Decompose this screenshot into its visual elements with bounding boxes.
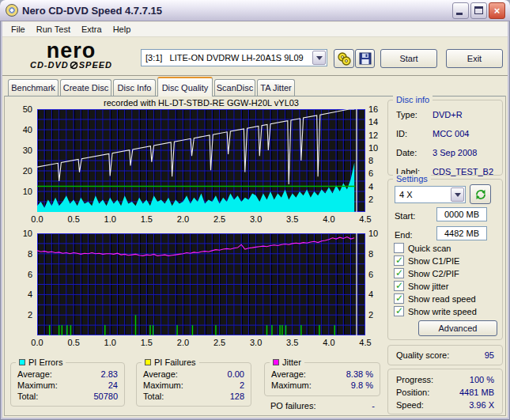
- checkbox-show-read-speed[interactable]: Show read speed: [394, 293, 476, 304]
- stat-label: Average:: [143, 369, 178, 380]
- checkbox-label: Show C2/PIF: [408, 269, 459, 278]
- axis-tick-label: 2: [368, 195, 373, 204]
- po-failures-row: PO failures: -: [270, 401, 375, 411]
- quality-score-value: 95: [485, 350, 494, 360]
- menu-help[interactable]: Help: [108, 23, 137, 36]
- maximize-button[interactable]: [470, 2, 487, 19]
- axis-tick-label: 2.0: [172, 338, 194, 347]
- pi-failures-box: PI Failures Average:0.00 Maximum:2 Total…: [136, 362, 251, 407]
- exit-button[interactable]: Exit: [446, 49, 503, 68]
- start-field[interactable]: 0000 MB: [436, 207, 487, 221]
- save-button[interactable]: [355, 49, 375, 68]
- axis-tick-label: 0.0: [26, 214, 48, 224]
- stat-label: Maximum:: [143, 380, 183, 392]
- stat-value: 2.83: [101, 369, 118, 380]
- minimize-button[interactable]: [452, 2, 469, 19]
- tab-ta-jitter[interactable]: TA Jitter: [257, 79, 295, 96]
- axis-tick-label: 2: [368, 310, 373, 320]
- checkbox-show-write-speed[interactable]: Show write speed: [394, 306, 477, 316]
- checkbox-show-c2-pif[interactable]: Show C2/PIF: [394, 268, 459, 278]
- axis-tick-label: 4: [368, 289, 373, 299]
- axis-tick-label: 3.5: [281, 214, 304, 224]
- checkbox-quick-scan[interactable]: Quick scan: [394, 243, 451, 253]
- tab-disc-quality[interactable]: Disc Quality: [157, 77, 213, 96]
- stat-value: 24: [108, 380, 118, 392]
- axis-tick-label: 4: [28, 289, 32, 299]
- pi-errors-legend: PI Errors: [16, 358, 66, 367]
- checkbox-show-jitter[interactable]: Show jitter: [394, 281, 448, 291]
- jitter-chart-y-axis-left: 246810: [5, 233, 35, 335]
- stat-label: Total:: [17, 392, 38, 403]
- axis-tick-label: 3.0: [245, 214, 267, 224]
- axis-tick-label: 6: [368, 270, 373, 279]
- start-button[interactable]: Start: [380, 49, 437, 68]
- checkbox-icon: [394, 255, 404, 266]
- tab-benchmark[interactable]: Benchmark: [8, 79, 59, 96]
- tab-scandisc[interactable]: ScanDisc: [214, 79, 255, 96]
- pi-failures-legend: PI Failures: [142, 358, 199, 367]
- stat-label: Total:: [143, 392, 164, 403]
- jitter-box: Jitter Average:8.38 % Maximum:9.8 %: [264, 362, 380, 396]
- stat-label: Average:: [17, 369, 52, 380]
- checkbox-icon: [394, 293, 404, 304]
- progress-panel: Progress:100 % Position:4481 MB Speed:3.…: [387, 369, 503, 414]
- speed-label: Speed:: [396, 400, 424, 410]
- checkbox-icon: [394, 281, 404, 291]
- axis-tick-label: 4: [368, 182, 373, 191]
- stat-value: 8.38 %: [346, 369, 373, 380]
- title-bar[interactable]: Nero CD-DVD Speed 4.7.7.15 ×: [0, 0, 510, 21]
- jitter-chart-plot: [37, 233, 365, 335]
- axis-tick-label: 8: [368, 156, 373, 165]
- drive-select-dropdown-button[interactable]: [312, 51, 326, 65]
- axis-tick-label: 16: [368, 104, 378, 114]
- quality-chart-plot: [37, 109, 365, 212]
- axis-tick-label: 1.0: [99, 214, 121, 224]
- refresh-button[interactable]: [470, 184, 491, 204]
- jitter-legend: Jitter: [270, 358, 304, 367]
- menu-run-test[interactable]: Run Test: [31, 23, 76, 36]
- axis-tick-label: 12: [368, 131, 378, 140]
- logo-cddvd-text: CD-DVD: [30, 60, 69, 70]
- axis-tick-label: 1.5: [135, 338, 157, 347]
- pi-failures-color-swatch: [145, 359, 151, 365]
- jitter-title: Jitter: [282, 358, 301, 367]
- checkbox-show-c1-pie[interactable]: Show C1/PIE: [394, 255, 459, 266]
- po-failures-label: PO failures:: [270, 401, 315, 411]
- quality-score-label: Quality score:: [396, 350, 449, 360]
- chart-canvas: [37, 233, 365, 335]
- axis-tick-label: 20: [23, 166, 32, 176]
- scan-speed-dropdown-button[interactable]: [451, 187, 464, 202]
- checkbox-label: Show jitter: [408, 282, 448, 291]
- jitter-color-swatch: [273, 359, 279, 365]
- axis-tick-label: 4.0: [318, 338, 340, 347]
- advanced-button[interactable]: Advanced: [418, 320, 497, 336]
- menu-file[interactable]: File: [6, 23, 31, 36]
- drive-select[interactable]: [3:1] LITE-ON DVDRW LH-20A1S 9L09: [141, 49, 327, 66]
- quality-chart-x-axis: 0.00.51.01.52.02.53.03.54.04.5: [37, 214, 365, 225]
- caption-buttons: ×: [452, 2, 505, 19]
- tab-disc-info[interactable]: Disc Info: [113, 79, 156, 96]
- refresh-icon: [474, 188, 487, 201]
- stat-label: Maximum:: [271, 380, 312, 392]
- disc-id-value: MCC 004: [433, 129, 469, 138]
- axis-tick-label: 0.5: [62, 338, 85, 347]
- axis-tick-label: 30: [23, 146, 32, 155]
- stat-value: 2: [240, 380, 244, 392]
- end-field[interactable]: 4482 MB: [436, 226, 487, 240]
- chart-caption: recorded with HL-DT-STBD-RE GGW-H20L vYL…: [37, 98, 365, 108]
- stat-value: 128: [230, 392, 244, 403]
- tab-create-disc[interactable]: Create Disc: [60, 79, 111, 96]
- scan-speed-select[interactable]: 4 X: [395, 186, 466, 203]
- options-button[interactable]: [334, 49, 354, 68]
- checkbox-label: Show C1/PIE: [408, 256, 459, 266]
- pi-failures-title: PI Failures: [154, 358, 196, 367]
- axis-tick-label: 1.5: [135, 214, 157, 224]
- checkbox-label: Show read speed: [408, 294, 476, 304]
- menu-extra[interactable]: Extra: [76, 23, 108, 36]
- nero-logo-subtext: CD-DVD SPEED: [11, 60, 131, 70]
- pi-errors-box: PI Errors Average:2.83 Maximum:24 Total:…: [10, 362, 125, 407]
- disc-glyph-icon: [70, 61, 78, 70]
- close-button[interactable]: ×: [489, 2, 505, 19]
- checkbox-icon: [394, 268, 404, 278]
- window-title: Nero CD-DVD Speed 4.7.7.15: [22, 5, 162, 17]
